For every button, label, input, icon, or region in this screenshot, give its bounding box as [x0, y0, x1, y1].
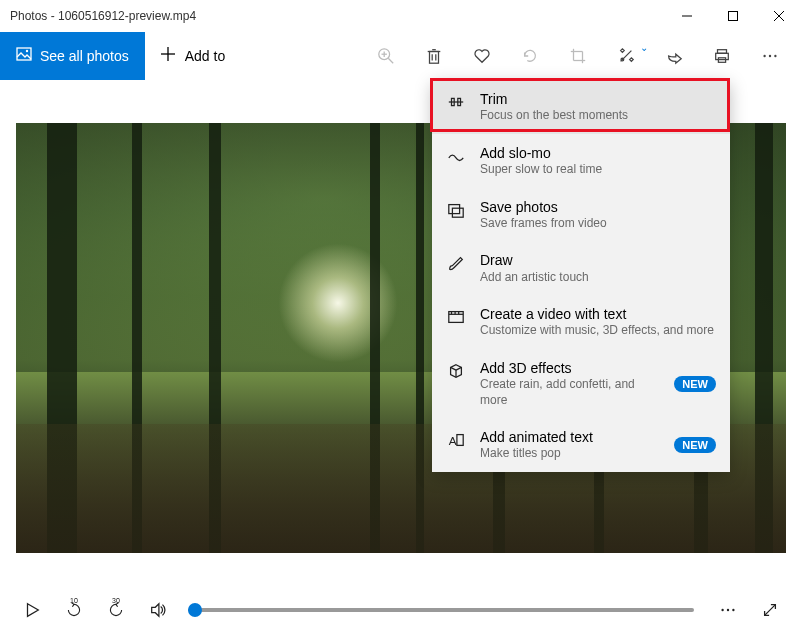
- seek-thumb[interactable]: [188, 603, 202, 617]
- close-button[interactable]: [756, 0, 802, 32]
- menu-sub: Make titles pop: [480, 446, 660, 462]
- menu-item-video-text[interactable]: Create a video with textCustomize with m…: [432, 295, 730, 349]
- zoom-button[interactable]: [362, 32, 410, 80]
- maximize-button[interactable]: [710, 0, 756, 32]
- skip-fwd-label: 30: [98, 597, 134, 604]
- volume-button[interactable]: [140, 592, 176, 628]
- window-title: Photos - 1060516912-preview.mp4: [10, 9, 664, 23]
- menu-title: Draw: [480, 251, 716, 269]
- print-button[interactable]: [698, 32, 746, 80]
- skip-forward-button[interactable]: 30: [98, 592, 134, 628]
- menu-title: Add animated text: [480, 428, 660, 446]
- menu-sub: Focus on the best moments: [480, 108, 716, 124]
- svg-point-46: [721, 609, 723, 611]
- delete-button[interactable]: [410, 32, 458, 80]
- menu-sub: Add an artistic touch: [480, 270, 716, 286]
- menu-item-draw[interactable]: DrawAdd an artistic touch: [432, 241, 730, 295]
- edit-create-button[interactable]: ⌄: [602, 32, 650, 80]
- menu-item-slomo[interactable]: Add slo-moSuper slow to real time: [432, 134, 730, 188]
- svg-rect-12: [430, 51, 439, 63]
- toolbar-icons: ⌄: [362, 32, 802, 80]
- menu-title: Add slo-mo: [480, 144, 716, 162]
- effects-3d-icon: [446, 361, 466, 381]
- svg-rect-23: [716, 53, 729, 59]
- svg-point-48: [732, 609, 734, 611]
- crop-button[interactable]: [554, 32, 602, 80]
- menu-item-animated-text[interactable]: A Add animated textMake titles pop NEW: [432, 418, 730, 472]
- favorite-button[interactable]: [458, 32, 506, 80]
- minimize-button[interactable]: [664, 0, 710, 32]
- playbar-more-button[interactable]: [710, 592, 746, 628]
- add-to-label: Add to: [185, 48, 225, 64]
- see-all-photos-button[interactable]: See all photos: [0, 32, 145, 80]
- svg-point-25: [763, 54, 765, 56]
- menu-item-save-photos[interactable]: Save photosSave frames from video: [432, 188, 730, 242]
- more-button[interactable]: [746, 32, 794, 80]
- new-badge: NEW: [674, 376, 716, 392]
- slomo-icon: [446, 146, 466, 166]
- see-all-label: See all photos: [40, 48, 129, 64]
- share-button[interactable]: [650, 32, 698, 80]
- skip-back-label: 10: [56, 597, 92, 604]
- svg-rect-32: [452, 208, 463, 217]
- svg-line-39: [451, 367, 456, 370]
- playbar: 10 30: [0, 586, 802, 634]
- menu-title: Save photos: [480, 198, 716, 216]
- menu-title: Trim: [480, 90, 716, 108]
- svg-rect-43: [457, 435, 463, 446]
- menu-sub: Save frames from video: [480, 216, 716, 232]
- titlebar: Photos - 1060516912-preview.mp4: [0, 0, 802, 32]
- skip-back-button[interactable]: 10: [56, 592, 92, 628]
- rotate-button[interactable]: [506, 32, 554, 80]
- menu-title: Add 3D effects: [480, 359, 660, 377]
- chevron-down-icon: ⌄: [640, 42, 648, 53]
- svg-line-9: [388, 58, 393, 63]
- svg-rect-31: [449, 204, 460, 213]
- seek-bar[interactable]: [188, 608, 694, 612]
- menu-title: Create a video with text: [480, 305, 716, 323]
- svg-text:A: A: [449, 434, 457, 447]
- photos-icon: [16, 46, 32, 65]
- svg-point-47: [727, 609, 729, 611]
- save-photos-icon: [446, 200, 466, 220]
- menu-item-3d-effects[interactable]: Add 3D effectsCreate rain, add confetti,…: [432, 349, 730, 418]
- plus-icon: [161, 47, 175, 64]
- svg-line-49: [765, 605, 776, 616]
- animated-text-icon: A: [446, 430, 466, 450]
- menu-sub: Super slow to real time: [480, 162, 716, 178]
- edit-dropdown: TrimFocus on the best moments Add slo-mo…: [432, 80, 730, 472]
- svg-marker-44: [28, 604, 39, 617]
- menu-sub: Create rain, add confetti, and more: [480, 377, 660, 408]
- svg-point-5: [26, 50, 28, 52]
- window-controls: [664, 0, 802, 32]
- svg-marker-45: [152, 604, 159, 617]
- svg-rect-1: [729, 12, 738, 21]
- svg-line-40: [456, 367, 461, 370]
- draw-icon: [446, 253, 466, 273]
- new-badge: NEW: [674, 437, 716, 453]
- menu-item-trim[interactable]: TrimFocus on the best moments: [432, 80, 730, 134]
- svg-point-26: [769, 54, 771, 56]
- trim-icon: [446, 92, 466, 112]
- add-to-button[interactable]: Add to: [145, 32, 241, 80]
- video-text-icon: [446, 307, 466, 327]
- toolbar: See all photos Add to ⌄: [0, 32, 802, 80]
- fullscreen-button[interactable]: [752, 592, 788, 628]
- menu-sub: Customize with music, 3D effects, and mo…: [480, 323, 716, 339]
- svg-point-27: [774, 54, 776, 56]
- play-button[interactable]: [14, 592, 50, 628]
